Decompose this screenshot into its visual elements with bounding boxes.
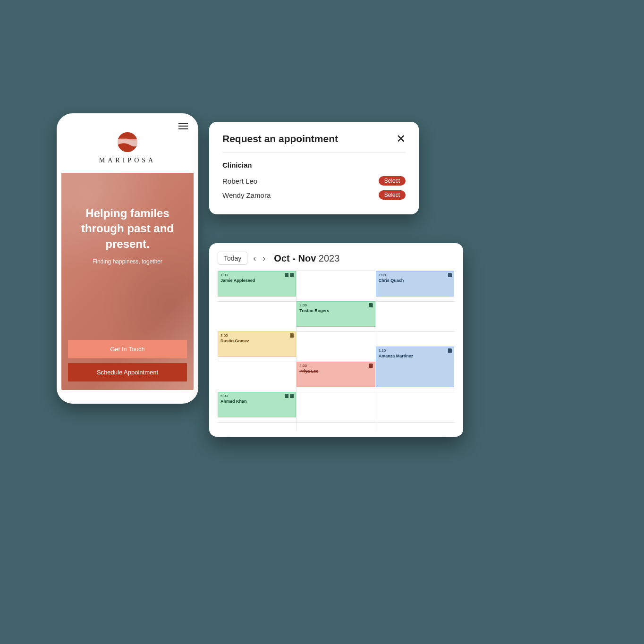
calendar-event[interactable]: 2:00Tristan Rogers bbox=[297, 301, 375, 327]
clinician-label: Clinician bbox=[222, 161, 406, 169]
calendar-event[interactable]: 3:30Amanza Martinez bbox=[376, 347, 454, 387]
calendar-event[interactable]: 5:00Ahmed Khan bbox=[218, 392, 296, 417]
schedule-appointment-button[interactable]: Schedule Appointment bbox=[68, 363, 187, 381]
brand-logo-icon bbox=[118, 132, 137, 152]
calendar-card: Today ‹ › Oct - Nov 2023 1:00Jamie Apple… bbox=[209, 243, 463, 437]
hero-title: Helping familes through past and present… bbox=[71, 206, 184, 252]
hamburger-icon[interactable] bbox=[178, 123, 188, 129]
today-button[interactable]: Today bbox=[218, 252, 247, 265]
event-time: 4:00 bbox=[299, 364, 372, 368]
hero-buttons: Get In Touch Schedule Appointment bbox=[68, 340, 187, 381]
calendar-header: Today ‹ › Oct - Nov 2023 bbox=[218, 252, 455, 265]
event-name: Dustin Gomez bbox=[220, 339, 293, 344]
event-time: 3:30 bbox=[379, 348, 451, 353]
hero-section: Helping familes through past and present… bbox=[61, 173, 194, 390]
calendar-event[interactable]: 3:00Dustin Gomez bbox=[218, 331, 296, 357]
brand-area: MARIPOSA bbox=[61, 131, 194, 173]
appointment-title: Request an appointment bbox=[222, 133, 338, 144]
brand-wordmark: MARIPOSA bbox=[61, 157, 194, 164]
get-in-touch-button[interactable]: Get In Touch bbox=[68, 340, 187, 358]
calendar-grid[interactable]: 1:00Jamie Appleseed1:00Chris Quach2:00Tr… bbox=[218, 271, 455, 431]
clinician-name: Robert Leo bbox=[222, 177, 257, 185]
event-name: Priya Lee bbox=[299, 369, 372, 374]
appointment-header: Request an appointment ✕ bbox=[222, 133, 406, 153]
appointment-card: Request an appointment ✕ Clinician Rober… bbox=[209, 122, 419, 214]
event-time: 5:00 bbox=[220, 394, 293, 398]
chevron-right-icon[interactable]: › bbox=[262, 254, 266, 263]
event-name: Amanza Martinez bbox=[379, 354, 451, 359]
hero-subtitle: Finding happiness, together bbox=[71, 258, 184, 265]
clinician-name: Wendy Zamora bbox=[222, 191, 271, 199]
select-button[interactable]: Select bbox=[379, 190, 406, 200]
event-time: 2:00 bbox=[299, 303, 372, 308]
calendar-range-year: 2023 bbox=[319, 253, 340, 263]
event-time: 1:00 bbox=[220, 273, 293, 278]
select-button[interactable]: Select bbox=[379, 176, 406, 186]
appointment-body: Clinician Robert Leo Select Wendy Zamora… bbox=[222, 153, 406, 202]
chevron-left-icon[interactable]: ‹ bbox=[252, 254, 257, 263]
calendar-range-months: Oct - Nov bbox=[274, 253, 316, 263]
clinician-row: Wendy Zamora Select bbox=[222, 188, 406, 202]
phone-mockup: MARIPOSA Helping familes through past an… bbox=[57, 113, 198, 404]
phone-topbar bbox=[61, 118, 194, 131]
event-name: Jamie Appleseed bbox=[220, 278, 293, 283]
calendar-event[interactable]: 1:00Jamie Appleseed bbox=[218, 271, 296, 297]
calendar-event[interactable]: 1:00Chris Quach bbox=[376, 271, 454, 297]
clinician-row: Robert Leo Select bbox=[222, 174, 406, 188]
event-name: Tristan Rogers bbox=[299, 308, 372, 314]
event-name: Ahmed Khan bbox=[220, 399, 293, 404]
event-time: 1:00 bbox=[379, 273, 451, 278]
close-icon[interactable]: ✕ bbox=[396, 133, 406, 144]
calendar-range: Oct - Nov 2023 bbox=[274, 253, 339, 264]
calendar-event[interactable]: 4:00Priya Lee bbox=[297, 362, 375, 387]
event-time: 3:00 bbox=[220, 333, 293, 338]
event-name: Chris Quach bbox=[379, 278, 451, 283]
